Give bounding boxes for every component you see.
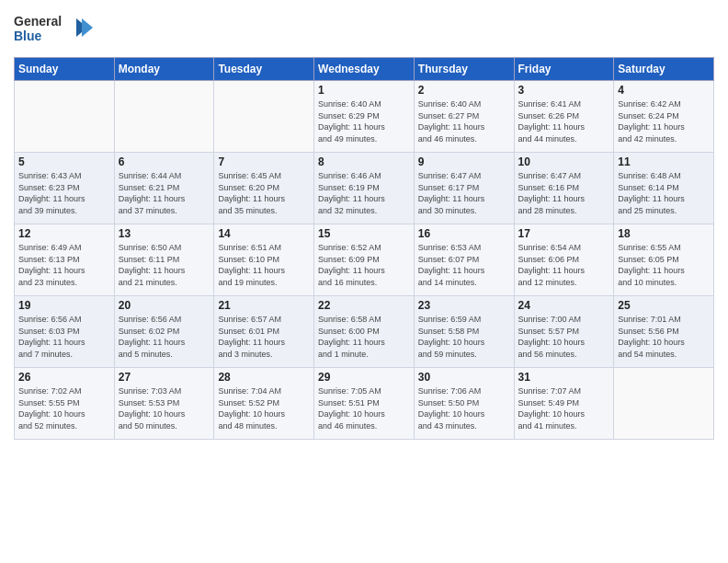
header: General Blue [14,9,714,50]
calendar-cell: 10Sunrise: 6:47 AMSunset: 6:16 PMDayligh… [514,153,614,224]
day-number: 16 [418,227,510,240]
day-info: Sunrise: 6:58 AMSunset: 6:00 PMDaylight:… [318,314,410,360]
weekday-header-thursday: Thursday [414,58,514,81]
day-info: Sunrise: 6:59 AMSunset: 5:58 PMDaylight:… [418,314,510,360]
calendar-table: SundayMondayTuesdayWednesdayThursdayFrid… [14,57,714,440]
calendar-cell: 20Sunrise: 6:56 AMSunset: 6:02 PMDayligh… [114,296,214,368]
calendar-cell: 14Sunrise: 6:51 AMSunset: 6:10 PMDayligh… [214,224,314,296]
day-info: Sunrise: 6:49 AMSunset: 6:13 PMDaylight:… [18,242,110,288]
calendar-cell [15,81,115,153]
calendar-cell: 8Sunrise: 6:46 AMSunset: 6:19 PMDaylight… [314,153,415,224]
calendar-cell: 23Sunrise: 6:59 AMSunset: 5:58 PMDayligh… [414,296,514,368]
day-info: Sunrise: 6:42 AMSunset: 6:24 PMDaylight:… [618,98,710,144]
logo-content: General Blue [14,9,97,50]
day-number: 3 [518,84,610,97]
calendar-cell: 13Sunrise: 6:50 AMSunset: 6:11 PMDayligh… [114,224,214,296]
calendar-cell: 19Sunrise: 6:56 AMSunset: 6:03 PMDayligh… [15,296,115,368]
day-number: 1 [318,84,410,97]
day-info: Sunrise: 6:44 AMSunset: 6:21 PMDaylight:… [119,170,210,216]
day-number: 12 [18,227,110,240]
day-number: 15 [318,227,410,240]
day-info: Sunrise: 6:51 AMSunset: 6:10 PMDaylight:… [218,242,310,288]
day-number: 19 [18,299,110,312]
day-number: 27 [119,371,210,384]
day-info: Sunrise: 7:02 AMSunset: 5:55 PMDaylight:… [18,385,110,431]
day-info: Sunrise: 6:48 AMSunset: 6:14 PMDaylight:… [618,170,710,216]
day-number: 23 [418,299,510,312]
calendar-cell: 18Sunrise: 6:55 AMSunset: 6:05 PMDayligh… [614,224,714,296]
day-info: Sunrise: 6:52 AMSunset: 6:09 PMDaylight:… [318,242,410,288]
day-number: 29 [318,371,410,384]
day-number: 26 [18,371,110,384]
weekday-header-monday: Monday [114,58,214,81]
calendar-cell: 4Sunrise: 6:42 AMSunset: 6:24 PMDaylight… [614,81,714,153]
day-info: Sunrise: 6:56 AMSunset: 6:03 PMDaylight:… [18,314,110,360]
day-info: Sunrise: 7:07 AMSunset: 5:49 PMDaylight:… [518,385,610,431]
day-number: 11 [618,155,710,168]
calendar-cell: 22Sunrise: 6:58 AMSunset: 6:00 PMDayligh… [314,296,415,368]
calendar-week-1: 1Sunrise: 6:40 AMSunset: 6:29 PMDaylight… [15,81,714,153]
calendar-week-3: 12Sunrise: 6:49 AMSunset: 6:13 PMDayligh… [15,224,714,296]
day-info: Sunrise: 7:03 AMSunset: 5:53 PMDaylight:… [119,385,210,431]
day-info: Sunrise: 6:54 AMSunset: 6:06 PMDaylight:… [518,242,610,288]
calendar-week-2: 5Sunrise: 6:43 AMSunset: 6:23 PMDaylight… [15,153,714,224]
calendar-cell: 17Sunrise: 6:54 AMSunset: 6:06 PMDayligh… [514,224,614,296]
svg-text:General: General [14,14,62,29]
day-info: Sunrise: 6:53 AMSunset: 6:07 PMDaylight:… [418,242,510,288]
day-number: 6 [119,155,210,168]
calendar-cell: 6Sunrise: 6:44 AMSunset: 6:21 PMDaylight… [114,153,214,224]
day-info: Sunrise: 6:56 AMSunset: 6:02 PMDaylight:… [119,314,210,360]
day-info: Sunrise: 6:45 AMSunset: 6:20 PMDaylight:… [218,170,310,216]
calendar-cell: 5Sunrise: 6:43 AMSunset: 6:23 PMDaylight… [15,153,115,224]
calendar-cell [214,81,314,153]
day-info: Sunrise: 6:57 AMSunset: 6:01 PMDaylight:… [218,314,310,360]
day-number: 18 [618,227,710,240]
day-info: Sunrise: 7:00 AMSunset: 5:57 PMDaylight:… [518,314,610,360]
day-info: Sunrise: 6:41 AMSunset: 6:26 PMDaylight:… [518,98,610,144]
calendar-cell: 1Sunrise: 6:40 AMSunset: 6:29 PMDaylight… [314,81,415,153]
calendar-week-5: 26Sunrise: 7:02 AMSunset: 5:55 PMDayligh… [15,368,714,440]
logo: General Blue [14,9,97,50]
day-info: Sunrise: 6:46 AMSunset: 6:19 PMDaylight:… [318,170,410,216]
calendar-page: General Blue SundayMondayTuesdayWednesda… [0,0,728,563]
day-number: 20 [119,299,210,312]
calendar-cell: 3Sunrise: 6:41 AMSunset: 6:26 PMDaylight… [514,81,614,153]
day-info: Sunrise: 7:04 AMSunset: 5:52 PMDaylight:… [218,385,310,431]
day-number: 4 [618,84,710,97]
day-info: Sunrise: 6:47 AMSunset: 6:16 PMDaylight:… [518,170,610,216]
calendar-cell: 15Sunrise: 6:52 AMSunset: 6:09 PMDayligh… [314,224,415,296]
weekday-header-row: SundayMondayTuesdayWednesdayThursdayFrid… [15,58,714,81]
calendar-cell [114,81,214,153]
calendar-cell: 9Sunrise: 6:47 AMSunset: 6:17 PMDaylight… [414,153,514,224]
day-number: 30 [418,371,510,384]
day-info: Sunrise: 6:47 AMSunset: 6:17 PMDaylight:… [418,170,510,216]
svg-text:Blue: Blue [14,29,42,43]
calendar-cell: 21Sunrise: 6:57 AMSunset: 6:01 PMDayligh… [214,296,314,368]
day-number: 5 [18,155,110,168]
weekday-header-sunday: Sunday [15,58,115,81]
day-number: 24 [518,299,610,312]
calendar-cell: 2Sunrise: 6:40 AMSunset: 6:27 PMDaylight… [414,81,514,153]
calendar-cell: 16Sunrise: 6:53 AMSunset: 6:07 PMDayligh… [414,224,514,296]
calendar-cell: 7Sunrise: 6:45 AMSunset: 6:20 PMDaylight… [214,153,314,224]
calendar-cell: 31Sunrise: 7:07 AMSunset: 5:49 PMDayligh… [514,368,614,440]
calendar-cell: 12Sunrise: 6:49 AMSunset: 6:13 PMDayligh… [15,224,115,296]
day-info: Sunrise: 7:06 AMSunset: 5:50 PMDaylight:… [418,385,510,431]
calendar-cell [614,368,714,440]
calendar-cell: 29Sunrise: 7:05 AMSunset: 5:51 PMDayligh… [314,368,415,440]
day-number: 10 [518,155,610,168]
calendar-cell: 25Sunrise: 7:01 AMSunset: 5:56 PMDayligh… [614,296,714,368]
day-number: 2 [418,84,510,97]
calendar-cell: 27Sunrise: 7:03 AMSunset: 5:53 PMDayligh… [114,368,214,440]
weekday-header-friday: Friday [514,58,614,81]
day-number: 31 [518,371,610,384]
day-number: 28 [218,371,310,384]
weekday-header-wednesday: Wednesday [314,58,415,81]
day-info: Sunrise: 6:55 AMSunset: 6:05 PMDaylight:… [618,242,710,288]
calendar-cell: 11Sunrise: 6:48 AMSunset: 6:14 PMDayligh… [614,153,714,224]
svg-marker-3 [82,18,93,37]
day-info: Sunrise: 6:40 AMSunset: 6:27 PMDaylight:… [418,98,510,144]
day-number: 21 [218,299,310,312]
day-number: 22 [318,299,410,312]
calendar-cell: 28Sunrise: 7:04 AMSunset: 5:52 PMDayligh… [214,368,314,440]
